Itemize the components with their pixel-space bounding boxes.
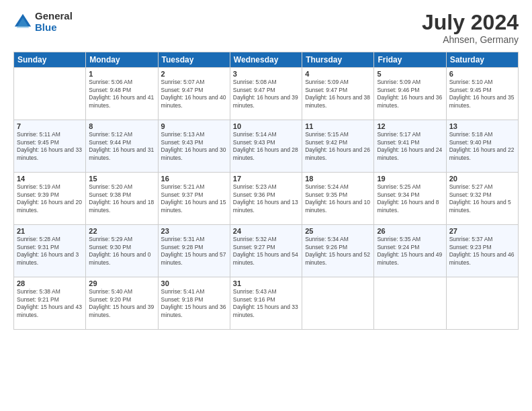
calendar-cell [374,277,446,330]
cell-day-number: 29 [89,279,154,287]
logo-text: General Blue [35,11,73,33]
cell-info: Sunrise: 5:09 AMSunset: 9:47 PMDaylight:… [305,79,370,108]
cell-info: Sunrise: 5:20 AMSunset: 9:38 PMDaylight:… [89,183,154,213]
cell-info: Sunrise: 5:43 AMSunset: 9:16 PMDaylight:… [233,288,298,318]
cell-day-number: 6 [449,70,515,78]
logo-icon [13,13,32,32]
cell-info: Sunrise: 5:07 AMSunset: 9:47 PMDaylight:… [161,79,226,108]
week-row-3: 21Sunrise: 5:28 AMSunset: 9:31 PMDayligh… [14,225,519,277]
header-friday: Friday [374,52,446,68]
calendar-table: Sunday Monday Tuesday Wednesday Thursday… [13,52,519,330]
header-thursday: Thursday [302,52,374,68]
cell-day-number: 22 [89,227,154,235]
calendar-cell: 2Sunrise: 5:07 AMSunset: 9:47 PMDaylight… [158,68,230,120]
cell-info: Sunrise: 5:23 AMSunset: 9:36 PMDaylight:… [233,183,298,213]
cell-info: Sunrise: 5:18 AMSunset: 9:40 PMDaylight:… [449,131,515,161]
calendar-cell: 13Sunrise: 5:18 AMSunset: 9:40 PMDayligh… [446,120,518,173]
calendar-cell: 15Sunrise: 5:20 AMSunset: 9:38 PMDayligh… [86,173,158,225]
calendar-cell: 28Sunrise: 5:38 AMSunset: 9:21 PMDayligh… [14,277,86,330]
calendar-cell: 16Sunrise: 5:21 AMSunset: 9:37 PMDayligh… [158,173,230,225]
cell-info: Sunrise: 5:17 AMSunset: 9:41 PMDaylight:… [377,131,442,161]
cell-day-number: 18 [305,175,371,183]
logo-general: General [35,11,73,22]
calendar-cell: 31Sunrise: 5:43 AMSunset: 9:16 PMDayligh… [230,277,302,330]
cell-day-number: 1 [89,70,154,78]
calendar-cell: 23Sunrise: 5:31 AMSunset: 9:28 PMDayligh… [158,225,230,277]
calendar-cell: 3Sunrise: 5:08 AMSunset: 9:47 PMDaylight… [230,68,302,120]
calendar-cell: 29Sunrise: 5:40 AMSunset: 9:20 PMDayligh… [86,277,158,330]
cell-day-number: 25 [305,227,371,235]
calendar-cell: 24Sunrise: 5:32 AMSunset: 9:27 PMDayligh… [230,225,302,277]
calendar-cell: 18Sunrise: 5:24 AMSunset: 9:35 PMDayligh… [302,173,374,225]
cell-info: Sunrise: 5:40 AMSunset: 9:20 PMDaylight:… [89,288,154,318]
header-wednesday: Wednesday [230,52,302,68]
page: General Blue July 2024 Ahnsen, Germany S… [0,0,532,411]
calendar-cell: 5Sunrise: 5:09 AMSunset: 9:46 PMDaylight… [374,68,446,120]
cell-day-number: 4 [305,70,371,78]
cell-info: Sunrise: 5:12 AMSunset: 9:44 PMDaylight:… [89,131,154,161]
cell-day-number: 21 [17,227,83,235]
week-row-0: 1Sunrise: 5:06 AMSunset: 9:48 PMDaylight… [14,68,519,120]
week-row-2: 14Sunrise: 5:19 AMSunset: 9:39 PMDayligh… [14,173,519,225]
calendar-cell: 11Sunrise: 5:15 AMSunset: 9:42 PMDayligh… [302,120,374,173]
cell-info: Sunrise: 5:09 AMSunset: 9:46 PMDaylight:… [377,79,442,108]
cell-info: Sunrise: 5:38 AMSunset: 9:21 PMDaylight:… [17,288,82,318]
week-row-4: 28Sunrise: 5:38 AMSunset: 9:21 PMDayligh… [14,277,519,330]
header-tuesday: Tuesday [158,52,230,68]
calendar-cell: 20Sunrise: 5:27 AMSunset: 9:32 PMDayligh… [446,173,518,225]
header-saturday: Saturday [446,52,518,68]
cell-day-number: 10 [233,122,299,130]
cell-info: Sunrise: 5:08 AMSunset: 9:47 PMDaylight:… [233,79,298,108]
cell-day-number: 28 [17,279,83,287]
cell-day-number: 14 [17,175,83,183]
calendar-cell: 10Sunrise: 5:14 AMSunset: 9:43 PMDayligh… [230,120,302,173]
cell-info: Sunrise: 5:10 AMSunset: 9:45 PMDaylight:… [449,79,515,108]
cell-day-number: 12 [377,122,443,130]
cell-info: Sunrise: 5:06 AMSunset: 9:48 PMDaylight:… [89,79,154,108]
calendar-cell: 17Sunrise: 5:23 AMSunset: 9:36 PMDayligh… [230,173,302,225]
logo-blue: Blue [35,22,73,34]
cell-day-number: 2 [161,70,227,78]
cell-info: Sunrise: 5:41 AMSunset: 9:18 PMDaylight:… [161,288,226,318]
calendar-cell: 7Sunrise: 5:11 AMSunset: 9:45 PMDaylight… [14,120,86,173]
header-sunday: Sunday [14,52,86,68]
cell-day-number: 17 [233,175,299,183]
calendar-cell: 6Sunrise: 5:10 AMSunset: 9:45 PMDaylight… [446,68,518,120]
calendar-cell [302,277,374,330]
cell-day-number: 24 [233,227,299,235]
header: General Blue July 2024 Ahnsen, Germany [13,11,519,45]
days-header-row: Sunday Monday Tuesday Wednesday Thursday… [14,52,519,68]
cell-info: Sunrise: 5:32 AMSunset: 9:27 PMDaylight:… [233,236,298,265]
cell-day-number: 3 [233,70,299,78]
calendar-cell: 21Sunrise: 5:28 AMSunset: 9:31 PMDayligh… [14,225,86,277]
cell-day-number: 15 [89,175,154,183]
calendar-cell: 1Sunrise: 5:06 AMSunset: 9:48 PMDaylight… [86,68,158,120]
cell-day-number: 27 [449,227,515,235]
cell-info: Sunrise: 5:25 AMSunset: 9:34 PMDaylight:… [377,183,439,213]
cell-info: Sunrise: 5:31 AMSunset: 9:28 PMDaylight:… [161,236,226,265]
cell-day-number: 9 [161,122,227,130]
title-location: Ahnsen, Germany [422,34,519,45]
calendar-cell: 8Sunrise: 5:12 AMSunset: 9:44 PMDaylight… [86,120,158,173]
week-row-1: 7Sunrise: 5:11 AMSunset: 9:45 PMDaylight… [14,120,519,173]
calendar-cell [14,68,86,120]
calendar-cell: 26Sunrise: 5:35 AMSunset: 9:24 PMDayligh… [374,225,446,277]
cell-day-number: 20 [449,175,515,183]
cell-info: Sunrise: 5:13 AMSunset: 9:43 PMDaylight:… [161,131,226,161]
calendar-cell [446,277,518,330]
cell-day-number: 30 [161,279,227,287]
calendar-cell: 22Sunrise: 5:29 AMSunset: 9:30 PMDayligh… [86,225,158,277]
cell-info: Sunrise: 5:11 AMSunset: 9:45 PMDaylight:… [17,131,82,161]
cell-info: Sunrise: 5:15 AMSunset: 9:42 PMDaylight:… [305,131,370,161]
cell-day-number: 5 [377,70,443,78]
cell-info: Sunrise: 5:29 AMSunset: 9:30 PMDaylight:… [89,236,150,265]
calendar-cell: 9Sunrise: 5:13 AMSunset: 9:43 PMDaylight… [158,120,230,173]
cell-info: Sunrise: 5:35 AMSunset: 9:24 PMDaylight:… [377,236,442,265]
cell-info: Sunrise: 5:14 AMSunset: 9:43 PMDaylight:… [233,131,298,161]
cell-info: Sunrise: 5:27 AMSunset: 9:32 PMDaylight:… [449,183,511,213]
cell-day-number: 8 [89,122,154,130]
calendar-cell: 14Sunrise: 5:19 AMSunset: 9:39 PMDayligh… [14,173,86,225]
cell-info: Sunrise: 5:28 AMSunset: 9:31 PMDaylight:… [17,236,79,265]
cell-day-number: 23 [161,227,227,235]
cell-day-number: 13 [449,122,515,130]
